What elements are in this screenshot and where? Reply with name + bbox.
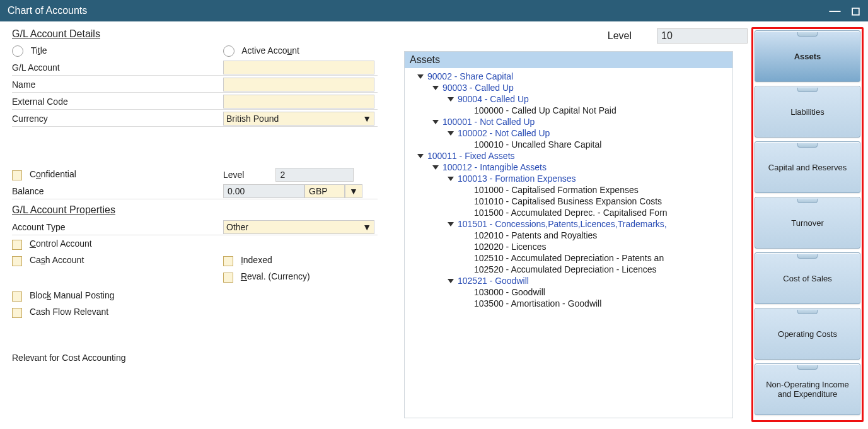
tree-item[interactable]: 100002 - Not Called Up [405, 127, 732, 139]
tree-header[interactable]: Assets [405, 52, 732, 68]
relevant-cost-label: Relevant for Cost Accounting [12, 353, 404, 363]
tree-item-label[interactable]: 101501 - Concessions,Patents,Licences,Tr… [458, 219, 667, 229]
tree-item-label[interactable]: 90004 - Called Up [458, 94, 529, 104]
tree-toggle-icon[interactable] [417, 74, 424, 79]
maximize-icon[interactable]: ◻ [851, 4, 860, 18]
cash-account-checkbox[interactable] [12, 256, 22, 266]
top-level-label: Level [608, 30, 632, 42]
tree-item[interactable]: 103500 - Amortisation - Goodwill [405, 298, 732, 309]
balance-value: 0.00 [223, 184, 304, 198]
tree-item-label[interactable]: 100011 - Fixed Assets [427, 151, 515, 161]
cash-flow-label: Cash Flow Relevant [30, 307, 108, 317]
tree-item-label[interactable]: 100012 - Intangible Assets [443, 162, 547, 172]
tree-item[interactable]: 101501 - Concessions,Patents,Licences,Tr… [405, 218, 732, 230]
tree-item[interactable]: 101500 - Accumulated Deprec. - Capitalis… [405, 207, 732, 218]
tree-item-label[interactable]: 102521 - Goodwill [458, 276, 529, 286]
drawer-capital-and-reserves[interactable]: Capital and Reserves [755, 141, 860, 193]
tree-item[interactable]: 102510 - Accumulated Depreciation - Pate… [405, 252, 732, 264]
tree-item-label[interactable]: 102020 - Licences [474, 242, 546, 252]
drawer-turnover[interactable]: Turnover [755, 197, 860, 249]
tree-item[interactable]: 90002 - Share Capital [405, 71, 732, 82]
tree-item-label[interactable]: 90003 - Called Up [443, 83, 514, 93]
tree-toggle-icon[interactable] [448, 279, 454, 283]
tree-item-label[interactable]: 101000 - Capitalised Formation Expenses [474, 185, 639, 195]
tree-toggle-icon[interactable] [417, 154, 424, 158]
control-account-label: Control Account [30, 238, 92, 249]
tree-toggle-icon[interactable] [432, 120, 439, 124]
window-title: Chart of Accounts [8, 5, 87, 16]
cash-flow-checkbox[interactable] [12, 308, 22, 318]
tree-item-label[interactable]: 103500 - Amortisation - Goodwill [474, 298, 601, 309]
reval-checkbox[interactable] [223, 273, 233, 283]
balance-dropdown-button[interactable]: ▼ [345, 184, 362, 198]
minimize-icon[interactable]: — [830, 4, 841, 18]
tree-item[interactable]: 90003 - Called Up [405, 82, 732, 93]
external-code-input[interactable] [223, 95, 374, 109]
name-input[interactable] [223, 78, 374, 91]
level-label-left: Level [223, 170, 244, 180]
account-type-label: Account Type [12, 222, 223, 232]
account-tree: Assets 90002 - Share Capital90003 - Call… [404, 51, 733, 418]
drawer-operating-costs[interactable]: Operating Costs [755, 308, 860, 360]
currency-select[interactable]: British Pound▼ [223, 112, 374, 126]
chevron-down-icon: ▼ [362, 222, 371, 232]
balance-label: Balance [12, 186, 223, 196]
tree-item[interactable]: 101000 - Capitalised Formation Expenses [405, 184, 732, 196]
tree-toggle-icon[interactable] [432, 165, 439, 170]
tree-item[interactable]: 100000 - Called Up Capital Not Paid [405, 105, 732, 116]
tree-item[interactable]: 100011 - Fixed Assets [405, 150, 732, 162]
radio-active-account[interactable] [223, 45, 234, 57]
tree-item[interactable]: 102520 - Accumulated Depreciation - Lice… [405, 264, 732, 275]
tree-item[interactable]: 103000 - Goodwill [405, 286, 732, 298]
tree-item-label[interactable]: 103000 - Goodwill [474, 287, 545, 297]
control-account-checkbox[interactable] [12, 240, 22, 250]
tree-item-label[interactable]: 102520 - Accumulated Depreciation - Lice… [474, 264, 657, 274]
tree-item-label[interactable]: 102010 - Patents and Royalties [474, 230, 597, 240]
tree-item-label[interactable]: 90002 - Share Capital [427, 71, 513, 81]
tree-item-label[interactable]: 102510 - Accumulated Depreciation - Pate… [474, 253, 664, 263]
tree-item[interactable]: 90004 - Called Up [405, 93, 732, 105]
reval-label: Reval. (Currency) [241, 271, 310, 281]
radio-title[interactable] [12, 45, 23, 57]
middle-panel: Level 10 Assets 90002 - Share Capital900… [404, 22, 748, 425]
balance-currency[interactable]: GBP [304, 184, 345, 198]
tree-item[interactable]: 100012 - Intangible Assets [405, 162, 732, 173]
tree-toggle-icon[interactable] [448, 177, 454, 181]
tree-item-label[interactable]: 100010 - Uncalled Share Capital [474, 139, 601, 150]
indexed-checkbox[interactable] [223, 256, 233, 266]
block-manual-checkbox[interactable] [12, 291, 22, 302]
level-value: 2 [275, 168, 354, 182]
tree-toggle-icon[interactable] [432, 86, 439, 90]
tree-toggle-icon[interactable] [448, 97, 454, 102]
tree-item-label[interactable]: 100013 - Formation Expenses [458, 173, 576, 184]
title-bar: Chart of Accounts — ◻ [0, 0, 868, 21]
account-type-select[interactable]: Other▼ [223, 220, 374, 234]
tree-item-label[interactable]: 101010 - Capitalised Business Expansion … [474, 196, 662, 206]
gl-details-heading: G/L Account Details [12, 28, 404, 40]
cash-account-label: Cash Account [30, 255, 84, 265]
drawer-non-operating-income-and-expenditure[interactable]: Non-Operating Income and Expenditure [755, 363, 860, 415]
tree-item[interactable]: 102010 - Patents and Royalties [405, 230, 732, 241]
gl-properties-heading: G/L Account Properties [12, 204, 404, 216]
tree-item-label[interactable]: 100002 - Not Called Up [458, 128, 550, 138]
gl-account-label: G/L Account [12, 62, 223, 73]
drawer-cost-of-sales[interactable]: Cost of Sales [755, 252, 860, 304]
tree-item[interactable]: 101010 - Capitalised Business Expansion … [405, 196, 732, 207]
gl-account-input[interactable] [223, 61, 374, 74]
drawer-assets[interactable]: Assets [755, 30, 860, 82]
tree-item-label[interactable]: 100001 - Not Called Up [443, 117, 535, 127]
tree-toggle-icon[interactable] [448, 131, 454, 136]
tree-item-label[interactable]: 100000 - Called Up Capital Not Paid [474, 105, 616, 115]
tree-item-label[interactable]: 101500 - Accumulated Deprec. - Capitalis… [474, 208, 668, 218]
radio-active-label: Active Account [241, 45, 299, 56]
tree-item[interactable]: 100001 - Not Called Up [405, 116, 732, 127]
top-level-value[interactable]: 10 [657, 28, 748, 44]
tree-item[interactable]: 102020 - Licences [405, 241, 732, 252]
tree-item[interactable]: 102521 - Goodwill [405, 275, 732, 286]
drawer-liabilities[interactable]: Liabilities [755, 86, 860, 138]
tree-toggle-icon[interactable] [448, 222, 454, 226]
confidential-checkbox[interactable] [12, 170, 22, 180]
highlight-box: AssetsLiabilitiesCapital and ReservesTur… [751, 27, 864, 422]
tree-item[interactable]: 100013 - Formation Expenses [405, 173, 732, 184]
tree-item[interactable]: 100010 - Uncalled Share Capital [405, 139, 732, 150]
